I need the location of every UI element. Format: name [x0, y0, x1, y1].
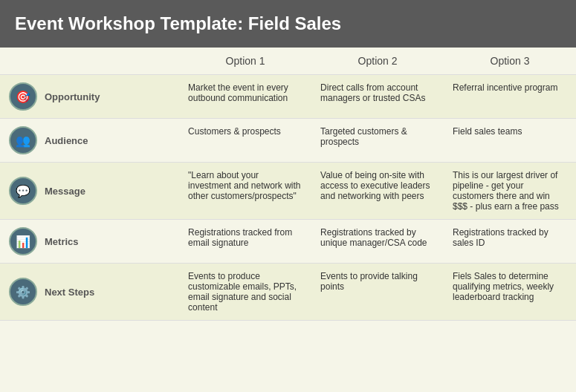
opportunity-label: Opportunity — [45, 91, 100, 102]
col-header-opt2: Option 2 — [311, 48, 444, 75]
col-header-opt3: Option 3 — [444, 48, 576, 75]
message-opt1: "Learn about your investment and network… — [179, 163, 311, 220]
opportunity-icon: 🎯 — [9, 82, 37, 111]
table-row: 👥 Audience Customers & prospectsTargeted… — [0, 119, 576, 163]
row-label-opportunity: 🎯 Opportunity — [0, 75, 179, 119]
metrics-opt1: Registrations tracked from email signatu… — [179, 220, 311, 264]
audience-label: Audience — [45, 135, 88, 146]
table-row: 📊 Metrics Registrations tracked from ema… — [0, 220, 576, 264]
next-steps-opt1: Events to produce customizable emails, P… — [179, 264, 311, 321]
table-row: 💬 Message "Learn about your investment a… — [0, 163, 576, 220]
message-icon: 💬 — [9, 177, 37, 205]
metrics-icon: 📊 — [9, 227, 37, 255]
message-label: Message — [45, 186, 85, 197]
audience-opt3: Field sales teams — [444, 119, 576, 163]
row-label-message: 💬 Message — [0, 163, 179, 220]
metrics-opt2: Registrations tracked by unique manager/… — [311, 220, 444, 264]
row-label-metrics: 📊 Metrics — [0, 220, 179, 264]
message-opt2: Value of being on-site with access to ex… — [311, 163, 444, 220]
audience-opt2: Targeted customers & prospects — [311, 119, 444, 163]
metrics-opt3: Registrations tracked by sales ID — [444, 220, 576, 264]
page-title: Event Workshop Template: Field Sales — [15, 13, 341, 33]
next-steps-opt2: Events to provide talking points — [311, 264, 444, 321]
message-opt3: This is our largest driver of pipeline -… — [444, 163, 576, 220]
row-label-next-steps: ⚙️ Next Steps — [0, 264, 179, 321]
column-headers: Option 1 Option 2 Option 3 — [0, 48, 576, 75]
col-header-opt1: Option 1 — [179, 48, 311, 75]
next-steps-label: Next Steps — [45, 287, 94, 298]
audience-icon: 👥 — [9, 126, 37, 154]
metrics-label: Metrics — [45, 236, 79, 247]
opportunity-opt1: Market the event in every outbound commu… — [179, 75, 311, 119]
opportunity-opt2: Direct calls from account managers or tr… — [311, 75, 444, 119]
audience-opt1: Customers & prospects — [179, 119, 311, 163]
table-row: ⚙️ Next Steps Events to produce customiz… — [0, 264, 576, 321]
header: Event Workshop Template: Field Sales — [0, 0, 576, 48]
col-header-label — [0, 48, 179, 75]
row-label-audience: 👥 Audience — [0, 119, 179, 163]
table-row: 🎯 Opportunity Market the event in every … — [0, 75, 576, 119]
opportunity-opt3: Referral incentive program — [444, 75, 576, 119]
next-steps-opt3: Fiels Sales to determine qualifying metr… — [444, 264, 576, 321]
next-steps-icon: ⚙️ — [9, 278, 37, 306]
